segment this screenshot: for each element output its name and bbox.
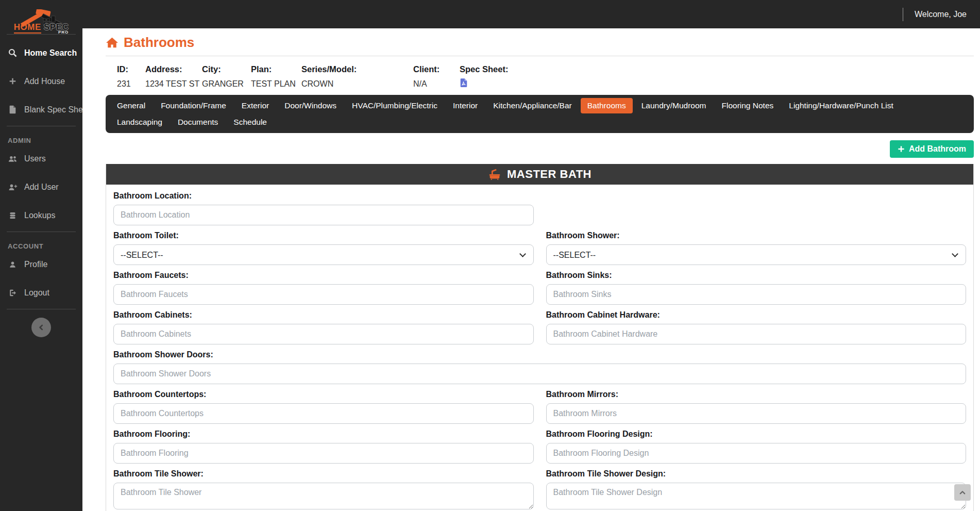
sidebar-section-account: ACCOUNT xyxy=(0,234,82,250)
plus-icon xyxy=(898,145,905,153)
spec-tab-bar: General Foundation/Frame Exterior Door/W… xyxy=(106,95,974,133)
sidebar-item-label: Lookups xyxy=(24,211,56,220)
tab-flooring-notes[interactable]: Flooring Notes xyxy=(715,98,780,113)
bathroom-card-header: MASTER BATH xyxy=(106,164,973,185)
file-pdf-icon xyxy=(460,78,468,88)
field-bathroom-faucets: Bathroom Faucets: xyxy=(113,265,534,305)
bathroom-form: Bathroom Location: Bathroom Toilet: --SE… xyxy=(106,185,973,511)
sidebar-item-lookups[interactable]: Lookups xyxy=(0,201,82,229)
bathroom-location-input[interactable] xyxy=(113,205,534,225)
search-icon xyxy=(8,48,18,57)
users-icon xyxy=(8,155,18,163)
field-bathroom-mirrors: Bathroom Mirrors: xyxy=(546,384,967,424)
tab-hvac-plumbing-electric[interactable]: HVAC/Plumbing/Electric xyxy=(345,98,444,113)
database-icon xyxy=(8,211,18,220)
info-spec-sheet: Spec Sheet: xyxy=(460,64,508,89)
sidebar-item-home-search[interactable]: Home Search xyxy=(0,39,82,67)
user-plus-icon xyxy=(8,183,18,191)
tab-general[interactable]: General xyxy=(110,98,152,113)
logo-wordmark: HOME SPECPRO xyxy=(14,24,69,31)
field-bathroom-tile-shower: Bathroom Tile Shower: xyxy=(113,464,534,509)
bathroom-mirrors-input[interactable] xyxy=(546,403,967,424)
tab-foundation-frame[interactable]: Foundation/Frame xyxy=(154,98,233,113)
bathroom-flooring-design-input[interactable] xyxy=(546,443,967,464)
bathroom-faucets-input[interactable] xyxy=(113,284,534,305)
bathroom-card: MASTER BATH Bathroom Location: Bathroom … xyxy=(106,164,974,511)
tab-door-windows[interactable]: Door/Windows xyxy=(278,98,343,113)
content: Bathrooms ID: 231 Address: 1234 TEST ST … xyxy=(82,28,980,511)
form-row: Bathroom Toilet: --SELECT-- Bathroom Sho… xyxy=(113,225,966,265)
sidebar-item-label: Add House xyxy=(24,77,65,86)
add-bathroom-button[interactable]: Add Bathroom xyxy=(890,140,974,158)
house-icon xyxy=(106,37,119,48)
sidebar-item-label: Add User xyxy=(24,183,59,192)
sidebar-item-label: Profile xyxy=(24,260,47,269)
bathroom-sinks-input[interactable] xyxy=(546,284,967,305)
tab-laundry-mudroom[interactable]: Laundry/Mudroom xyxy=(635,98,713,113)
plus-icon xyxy=(8,77,18,85)
bathroom-cabinets-input[interactable] xyxy=(113,324,534,344)
bathroom-tile-shower-textarea[interactable] xyxy=(113,483,534,509)
bathtub-icon xyxy=(488,168,501,180)
homespec-logo[interactable]: HOME SPECPRO xyxy=(0,0,82,32)
sidebar-item-add-house[interactable]: Add House xyxy=(0,67,82,95)
sidebar-item-label: Blank Spec Sheet xyxy=(24,105,90,114)
field-bathroom-tile-shower-design: Bathroom Tile Shower Design: xyxy=(546,464,967,509)
field-bathroom-flooring-design: Bathroom Flooring Design: xyxy=(546,424,967,464)
bathroom-tile-shower-design-textarea[interactable] xyxy=(546,483,967,509)
tab-interior[interactable]: Interior xyxy=(446,98,484,113)
tab-documents[interactable]: Documents xyxy=(171,114,225,130)
sidebar-collapse-button[interactable] xyxy=(31,318,51,337)
spec-sheet-pdf-link[interactable] xyxy=(460,78,469,88)
sidebar-item-add-user[interactable]: Add User xyxy=(0,173,82,201)
sidebar-nav: Home Search Add House Blank Spec Sheet A… xyxy=(0,37,82,337)
tab-landscaping[interactable]: Landscaping xyxy=(110,114,169,130)
tab-exterior[interactable]: Exterior xyxy=(235,98,276,113)
sidebar-item-users[interactable]: Users xyxy=(0,144,82,173)
info-id: ID: 231 xyxy=(117,64,145,89)
info-address: Address: 1234 TEST ST xyxy=(145,64,202,89)
form-row: Bathroom Flooring: Bathroom Flooring Des… xyxy=(113,424,966,464)
field-bathroom-shower: Bathroom Shower: --SELECT-- xyxy=(546,225,967,265)
form-row: Bathroom Cabinets: Bathroom Cabinet Hard… xyxy=(113,305,966,344)
logout-icon xyxy=(8,289,18,297)
app-window: HOME SPECPRO Home Search Add House B xyxy=(0,0,980,511)
bathroom-toilet-select[interactable]: --SELECT-- xyxy=(113,244,534,265)
actions-row: Add Bathroom xyxy=(106,140,974,158)
bathroom-shower-select[interactable]: --SELECT-- xyxy=(546,244,967,265)
page-header: Bathrooms xyxy=(106,35,974,56)
sidebar: HOME SPECPRO Home Search Add House B xyxy=(0,0,82,511)
sidebar-item-label: Home Search xyxy=(24,48,77,58)
sidebar-divider xyxy=(7,126,76,126)
bathroom-flooring-input[interactable] xyxy=(113,443,534,464)
sidebar-divider xyxy=(7,232,76,232)
topbar: Welcome, Joe xyxy=(82,0,980,28)
info-client: Client: N/A xyxy=(413,64,460,89)
user-icon xyxy=(8,260,18,269)
info-city: City: GRANGER xyxy=(202,64,251,89)
form-row: Bathroom Shower Doors: xyxy=(113,344,966,384)
bathroom-countertops-input[interactable] xyxy=(113,403,534,424)
scroll-to-top-button[interactable] xyxy=(954,484,971,501)
form-row: Bathroom Location: xyxy=(113,186,966,225)
sidebar-item-label: Logout xyxy=(24,288,49,298)
tab-bathrooms[interactable]: Bathrooms xyxy=(581,98,633,113)
sidebar-item-logout[interactable]: Logout xyxy=(0,278,82,307)
tab-schedule[interactable]: Schedule xyxy=(227,114,274,130)
house-info-row: ID: 231 Address: 1234 TEST ST City: GRAN… xyxy=(117,64,974,89)
topbar-divider xyxy=(903,8,903,21)
form-row: Bathroom Faucets: Bathroom Sinks: xyxy=(113,265,966,305)
field-bathroom-cabinets: Bathroom Cabinets: xyxy=(113,305,534,344)
tab-lighting-hardware-punch-list[interactable]: Lighting/Hardware/Punch List xyxy=(782,98,900,113)
sidebar-item-blank-spec-sheet[interactable]: Blank Spec Sheet xyxy=(0,95,82,124)
welcome-text: Welcome, Joe xyxy=(915,10,967,19)
bathroom-shower-doors-input[interactable] xyxy=(113,364,966,384)
bathroom-cabinet-hardware-input[interactable] xyxy=(546,324,967,344)
sidebar-item-profile[interactable]: Profile xyxy=(0,250,82,278)
page-title: Bathrooms xyxy=(106,35,974,51)
field-bathroom-location: Bathroom Location: xyxy=(113,186,534,225)
form-row: Bathroom Tile Shower: Bathroom Tile Show… xyxy=(113,464,966,509)
tab-kitchen-appliance-bar[interactable]: Kitchen/Appliance/Bar xyxy=(486,98,579,113)
field-bathroom-countertops: Bathroom Countertops: xyxy=(113,384,534,424)
form-row: Bathroom Countertops: Bathroom Mirrors: xyxy=(113,384,966,424)
